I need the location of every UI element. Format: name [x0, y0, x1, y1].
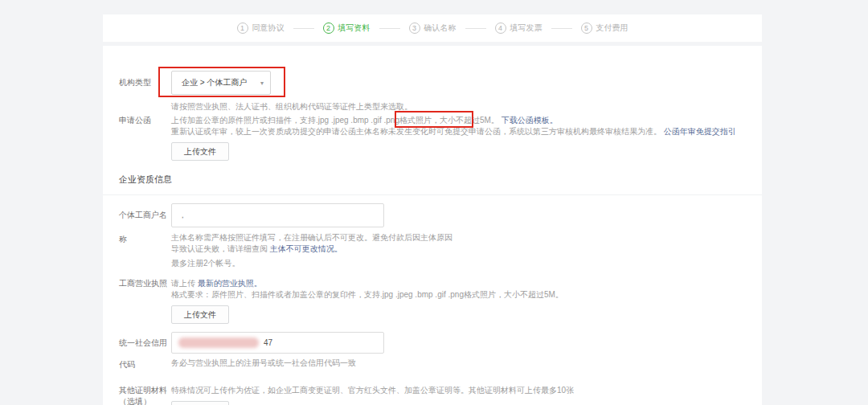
step-fill-info: 2 填写资料 — [323, 22, 371, 34]
license-desc-line1: 请上传 最新的营业执照。 — [171, 278, 762, 289]
letter-desc-line1: 上传加盖公章的原件照片或扫描件，支持.jpg .jpeg .bmp .gif .… — [171, 115, 762, 126]
org-type-hint: 请按照营业执照、法人证书、组织机构代码证等证件上类型来选取。 — [171, 102, 762, 112]
step-agree-protocol: 1 同意协议 — [237, 22, 285, 34]
section-title-enterprise-qualification: 企业资质信息 — [103, 174, 762, 195]
business-license-label: 工商营业执照 — [119, 278, 171, 324]
step-2-label: 填写资料 — [338, 22, 371, 34]
letter-desc-line2: 重新认证或年审，较上一次资质成功提交的申请公函主体名称未发生变化时可免提交申请公… — [171, 126, 762, 137]
redaction-mark — [178, 338, 259, 348]
letter-desc-line1-text: 上传加盖公章的原件照片或扫描件，支持.jpg .jpeg .bmp .gif .… — [171, 116, 499, 125]
chevron-down-icon: ▾ — [260, 80, 264, 87]
other-material-row: 其他证明材料（选填） 特殊情况可上传作为佐证，如企业工商变更证明、官方红头文件、… — [119, 385, 762, 405]
credit-code-label: 统一社会信用代码 — [119, 332, 171, 375]
latest-license-link[interactable]: 最新的营业执照。 — [198, 279, 262, 288]
annual-review-guide-link[interactable]: 公函年审免提交指引 — [664, 127, 736, 136]
merchant-name-row: 个体工商户名称 主体名称需严格按照证件填写，在注册确认后不可更改。避免付款后因主… — [119, 203, 762, 268]
registration-page: 1 同意协议 2 填写资料 3 确认名称 4 填写发票 5 支付费用 — [0, 0, 868, 405]
license-desc-line1-text: 请上传 — [171, 279, 195, 288]
other-material-desc: 特殊情况可上传作为佐证，如企业工商变更证明、官方红头文件、加盖公章证明等。其他证… — [171, 385, 762, 396]
merchant-name-account-limit-note: 最多注册2个帐号。 — [171, 259, 762, 268]
step-4-number-icon: 4 — [495, 22, 506, 34]
step-separator — [465, 28, 486, 29]
step-separator — [379, 28, 400, 29]
application-letter-label: 申请公函 — [119, 115, 171, 161]
org-type-row: 机构类型 企业 > 个体工商户 ▾ 请按照营业执照、法人证书、组织机构代码证等证… — [119, 71, 762, 112]
step-3-label: 确认名称 — [424, 22, 457, 34]
step-separator — [551, 28, 572, 29]
step-confirm-name: 3 确认名称 — [409, 22, 457, 34]
step-fill-invoice: 4 填写发票 — [495, 22, 542, 34]
org-type-selected-value: 企业 > 个体工商户 — [182, 77, 260, 88]
step-5-label: 支付费用 — [596, 22, 628, 34]
letter-upload-button[interactable]: 上传文件 — [171, 142, 229, 161]
step-4-label: 填写发票 — [510, 22, 542, 34]
credit-code-input[interactable]: 47 — [171, 332, 384, 354]
credit-code-visible-value: 47 — [264, 338, 272, 347]
other-material-upload-button[interactable]: 上传文件 — [171, 401, 229, 405]
step-1-label: 同意协议 — [252, 22, 285, 34]
merchant-name-helpers: 主体名称需严格按照证件填写，在注册确认后不可更改。避免付款后因主体原因 导致认证… — [171, 232, 762, 268]
step-3-number-icon: 3 — [409, 22, 420, 34]
step-1-number-icon: 1 — [237, 22, 248, 34]
merchant-name-helper-line2: 导致认证失败，请详细查阅 主体不可更改情况。 — [171, 243, 762, 255]
form-panel: 机构类型 企业 > 个体工商户 ▾ 请按照营业执照、法人证书、组织机构代码证等证… — [103, 46, 762, 405]
merchant-name-label: 个体工商户名称 — [119, 203, 171, 268]
credit-code-hint: 务必与营业执照上的注册号或统一社会信用代码一致 — [171, 358, 762, 368]
org-type-select[interactable]: 企业 > 个体工商户 ▾ — [171, 71, 271, 95]
license-upload-button[interactable]: 上传文件 — [171, 305, 229, 324]
letter-desc-line2-text: 重新认证或年审，较上一次资质成功提交的申请公函主体名称未发生变化时可免提交申请公… — [171, 127, 661, 136]
step-separator — [293, 28, 314, 29]
step-5-number-icon: 5 — [581, 22, 592, 34]
download-template-link[interactable]: 下载公函模板。 — [502, 116, 558, 125]
stepper-bar: 1 同意协议 2 填写资料 3 确认名称 4 填写发票 5 支付费用 — [103, 14, 762, 42]
subject-unchangeable-link[interactable]: 主体不可更改情况。 — [270, 244, 342, 253]
application-letter-row: 申请公函 上传加盖公章的原件照片或扫描件，支持.jpg .jpeg .bmp .… — [119, 115, 762, 161]
other-material-label: 其他证明材料（选填） — [119, 385, 171, 405]
business-license-row: 工商营业执照 请上传 最新的营业执照。 格式要求：原件照片、扫描件或者加盖公章的… — [119, 278, 762, 324]
merchant-name-helper-line2-text: 导致认证失败，请详细查阅 — [171, 244, 268, 253]
org-type-label: 机构类型 — [119, 71, 171, 112]
merchant-name-input[interactable] — [171, 203, 384, 227]
credit-code-row: 统一社会信用代码 47 务必与营业执照上的注册号或统一社会信用代码一致 — [119, 332, 762, 375]
license-desc-line2: 格式要求：原件照片、扫描件或者加盖公章的复印件，支持.jpg .jpeg .bm… — [171, 289, 762, 301]
merchant-name-helper-line1: 主体名称需严格按照证件填写，在注册确认后不可更改。避免付款后因主体原因 — [171, 232, 762, 243]
step-pay-fee: 5 支付费用 — [581, 22, 628, 34]
stepper: 1 同意协议 2 填写资料 3 确认名称 4 填写发票 5 支付费用 — [237, 22, 628, 34]
step-2-number-icon: 2 — [323, 22, 334, 34]
